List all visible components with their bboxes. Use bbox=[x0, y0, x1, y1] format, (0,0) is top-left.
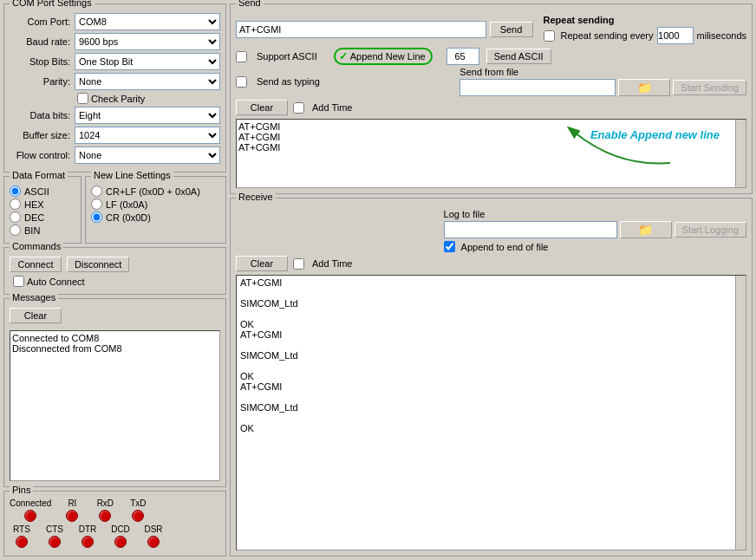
recv-line-3: SIMCOM_Ltd bbox=[240, 298, 742, 309]
df-bin-radio[interactable] bbox=[10, 225, 21, 236]
com-port-settings-title: COM Port Settings bbox=[10, 0, 94, 8]
pin-rxd: RxD bbox=[93, 498, 117, 522]
send-as-typing-checkbox[interactable] bbox=[236, 76, 247, 88]
send-ascii-button[interactable]: Send ASCII bbox=[486, 49, 551, 64]
receive-add-time-checkbox[interactable] bbox=[293, 258, 304, 270]
log-file-browse-button[interactable]: 📁 bbox=[620, 221, 672, 238]
stop-bits-label: Stop Bits: bbox=[10, 56, 75, 67]
repeat-sending-value[interactable] bbox=[657, 27, 694, 44]
send-add-time-label: Add Time bbox=[312, 102, 352, 113]
buffer-size-select[interactable]: 1024 bbox=[75, 127, 220, 144]
df-ascii-label: ASCII bbox=[24, 186, 49, 197]
pin-connected: Connected bbox=[10, 498, 51, 522]
flow-control-label: Flow control: bbox=[10, 150, 75, 160]
parity-label: Parity: bbox=[10, 76, 75, 87]
recv-line-12 bbox=[240, 392, 742, 402]
append-to-end-label: Append to end of file bbox=[461, 242, 549, 252]
pin-connected-led bbox=[24, 510, 36, 522]
pin-txd: TxD bbox=[126, 498, 150, 522]
recv-line-2 bbox=[240, 288, 742, 298]
df-dec-label: DEC bbox=[24, 212, 44, 223]
recv-line-5: OK bbox=[240, 319, 742, 329]
recv-line-9 bbox=[240, 361, 742, 371]
log-to-file-input[interactable] bbox=[444, 221, 617, 238]
messages-title: Messages bbox=[10, 292, 58, 303]
flow-control-select[interactable]: None bbox=[75, 147, 220, 164]
support-ascii-checkbox[interactable] bbox=[236, 51, 247, 62]
pin-rts-led bbox=[16, 536, 28, 548]
stop-bits-select[interactable]: One Stop Bit bbox=[75, 53, 220, 70]
nl-cr-radio[interactable] bbox=[91, 212, 102, 223]
start-logging-button[interactable]: Start Logging bbox=[675, 222, 746, 238]
repeat-sending-label: Repeat sending every bbox=[561, 30, 654, 41]
pin-dcd-led bbox=[114, 536, 127, 548]
recv-line-14 bbox=[240, 413, 742, 423]
pin-rxd-led bbox=[99, 510, 111, 522]
append-new-line-label: Append New Line bbox=[350, 51, 426, 62]
ascii-value-input[interactable] bbox=[446, 48, 479, 65]
recv-line-7 bbox=[240, 340, 742, 350]
auto-connect-checkbox[interactable] bbox=[13, 276, 24, 287]
arrow-icon bbox=[566, 120, 679, 172]
data-bits-label: Data bits: bbox=[10, 110, 75, 120]
com-port-select[interactable]: COM8 bbox=[75, 13, 220, 30]
recv-line-10: OK bbox=[240, 371, 742, 381]
receive-add-time-label: Add Time bbox=[312, 258, 352, 269]
df-hex-label: HEX bbox=[24, 199, 44, 210]
recv-line-11: AT+CGMI bbox=[240, 381, 742, 392]
send-from-file-input[interactable] bbox=[459, 79, 616, 96]
pin-ri-led bbox=[66, 510, 78, 522]
send-title: Send bbox=[236, 0, 264, 8]
start-sending-button[interactable]: Start Sending bbox=[673, 80, 746, 95]
check-parity-checkbox[interactable] bbox=[77, 93, 88, 104]
pin-cts: CTS bbox=[42, 524, 67, 548]
recv-line-6: AT+CGMI bbox=[240, 329, 742, 340]
pins-title: Pins bbox=[10, 485, 33, 495]
messages-log: Connected to COM8 Disconnected from COM8 bbox=[10, 330, 220, 481]
disconnect-button[interactable]: Disconnect bbox=[67, 257, 129, 272]
pin-txd-led bbox=[132, 510, 144, 522]
connect-button[interactable]: Connect bbox=[10, 257, 62, 272]
pin-dtr: DTR bbox=[75, 524, 100, 548]
send-from-file-label: Send from file bbox=[459, 67, 746, 77]
baud-rate-label: Baud rate: bbox=[10, 36, 75, 47]
pin-dsr: DSR bbox=[141, 524, 166, 548]
nl-lf-radio[interactable] bbox=[91, 199, 102, 210]
receive-clear-button[interactable]: Clear bbox=[236, 256, 288, 271]
baud-rate-select[interactable]: 9600 bps bbox=[75, 33, 220, 50]
commands-title: Commands bbox=[10, 241, 63, 251]
pin-ri: RI bbox=[60, 498, 84, 522]
append-checkmark-icon: ✓ bbox=[339, 50, 348, 62]
pin-dsr-led bbox=[147, 536, 160, 548]
receive-log-area: AT+CGMI SIMCOM_Ltd OK AT+CGMI SIMCOM_Ltd… bbox=[236, 275, 746, 550]
new-line-settings-title: New Line Settings bbox=[91, 170, 173, 180]
repeat-sending-checkbox[interactable] bbox=[544, 30, 555, 42]
data-format-title: Data Format bbox=[10, 170, 68, 180]
send-button[interactable]: Send bbox=[490, 22, 533, 37]
parity-select[interactable]: None bbox=[75, 73, 220, 90]
nl-cr-label: CR (0x0D) bbox=[106, 212, 151, 223]
auto-connect-label: Auto Connect bbox=[27, 277, 85, 287]
append-to-end-checkbox[interactable] bbox=[444, 241, 455, 252]
buffer-size-label: Buffer size: bbox=[10, 130, 75, 140]
message-line-1: Connected to COM8 bbox=[12, 333, 218, 343]
send-log-area: AT+CGMI AT+CGMI AT+CGMI Enable Append ne… bbox=[236, 119, 746, 188]
nl-crlf-radio[interactable] bbox=[91, 186, 102, 197]
send-log-scrollbar[interactable] bbox=[735, 120, 746, 187]
send-add-time-checkbox[interactable] bbox=[293, 102, 304, 114]
check-parity-label: Check Parity bbox=[91, 94, 145, 104]
df-hex-radio[interactable] bbox=[10, 199, 21, 210]
send-input[interactable] bbox=[236, 21, 486, 38]
data-bits-select[interactable]: Eight bbox=[75, 107, 220, 124]
df-ascii-radio[interactable] bbox=[10, 186, 21, 197]
send-file-browse-button[interactable]: 📁 bbox=[618, 79, 670, 96]
recv-line-13: SIMCOM_Ltd bbox=[240, 402, 742, 413]
log-to-file-label: Log to file bbox=[444, 209, 746, 219]
send-clear-button[interactable]: Clear bbox=[236, 100, 288, 115]
com-port-label: Com Port: bbox=[10, 16, 75, 27]
recv-line-8: SIMCOM_Ltd bbox=[240, 350, 742, 361]
pin-cts-led bbox=[49, 536, 61, 548]
messages-clear-button[interactable]: Clear bbox=[10, 308, 62, 323]
df-dec-radio[interactable] bbox=[10, 212, 21, 223]
receive-log-scrollbar[interactable] bbox=[735, 276, 746, 550]
